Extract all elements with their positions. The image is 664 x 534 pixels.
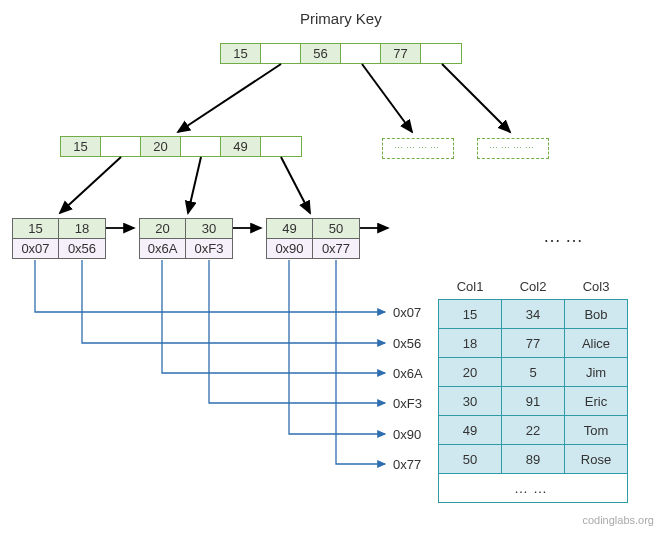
root-ptr-0	[261, 44, 301, 63]
root-ptr-1	[341, 44, 381, 63]
mid-ptr-2	[261, 137, 301, 156]
mid-ptr-1	[181, 137, 221, 156]
leaf-ellipsis: ……	[543, 226, 587, 247]
leaf-ptr: 0x6A	[140, 239, 186, 258]
leaf-key: 20	[140, 219, 186, 238]
leaf-key: 18	[59, 219, 105, 238]
leaf-key: 49	[267, 219, 313, 238]
table-row: 3091Eric	[439, 387, 628, 416]
btree-leaf-1: 2030 0x6A0xF3	[139, 218, 233, 259]
table-row: 205Jim	[439, 358, 628, 387]
ptr-label: 0x6A	[393, 366, 423, 381]
ptr-label: 0x07	[393, 305, 421, 320]
credit-text: codinglabs.org	[582, 514, 654, 526]
ptr-label: 0x77	[393, 457, 421, 472]
col-header: Col2	[502, 273, 565, 300]
mid-ptr-0	[101, 137, 141, 156]
table-row: 1534Bob	[439, 300, 628, 329]
leaf-key: 30	[186, 219, 232, 238]
col-header: Col1	[439, 273, 502, 300]
leaf-ptr: 0x07	[13, 239, 59, 258]
ptr-label: 0xF3	[393, 396, 422, 411]
root-ptr-2	[421, 44, 461, 63]
diagram-title: Primary Key	[300, 10, 382, 27]
ghost-node-2: …………	[477, 138, 549, 159]
svg-line-4	[188, 157, 201, 213]
leaf-key: 15	[13, 219, 59, 238]
leaf-ptr: 0x56	[59, 239, 105, 258]
ghost-node-1: …………	[382, 138, 454, 159]
table-row: 1877Alice	[439, 329, 628, 358]
svg-line-5	[281, 157, 310, 213]
leaf-ptr: 0xF3	[186, 239, 232, 258]
btree-internal-node: 15 20 49	[60, 136, 302, 157]
mid-key-1: 20	[141, 137, 181, 156]
leaf-ptr: 0x90	[267, 239, 313, 258]
leaf-ptr: 0x77	[313, 239, 359, 258]
mid-key-0: 15	[61, 137, 101, 156]
svg-line-1	[362, 64, 412, 132]
btree-leaf-2: 4950 0x900x77	[266, 218, 360, 259]
root-key-1: 56	[301, 44, 341, 63]
ptr-label: 0x90	[393, 427, 421, 442]
root-key-0: 15	[221, 44, 261, 63]
root-key-2: 77	[381, 44, 421, 63]
svg-line-3	[60, 157, 121, 213]
svg-line-0	[178, 64, 281, 132]
btree-leaf-0: 1518 0x070x56	[12, 218, 106, 259]
btree-root-node: 15 56 77	[220, 43, 462, 64]
mid-key-2: 49	[221, 137, 261, 156]
table-row: 5089Rose	[439, 445, 628, 474]
data-table: Col1 Col2 Col3 1534Bob 1877Alice 205Jim …	[438, 273, 628, 503]
leaf-key: 50	[313, 219, 359, 238]
ptr-label: 0x56	[393, 336, 421, 351]
table-row: 4922Tom	[439, 416, 628, 445]
table-ellipsis-row: ……	[439, 474, 628, 503]
col-header: Col3	[565, 273, 628, 300]
svg-line-2	[442, 64, 510, 132]
